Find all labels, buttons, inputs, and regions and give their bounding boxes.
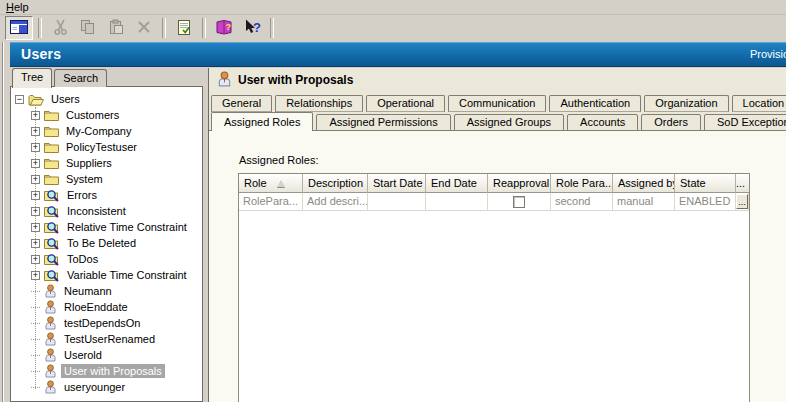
column-header-more[interactable]: ... [736,174,749,193]
detail-tab[interactable]: Communication [448,95,546,112]
tree-expander-icon[interactable] [31,291,40,292]
user-icon [44,300,57,314]
tree-expander-icon[interactable] [31,127,40,136]
navigation-tab[interactable]: Search [54,69,107,87]
tree-item[interactable]: Users [11,91,202,107]
tab-label: Orders [654,116,688,128]
view-toggle-button[interactable] [5,16,33,40]
tab-label: Accounts [580,116,625,128]
context-help-button[interactable]: ? [239,17,265,39]
folder-icon [44,125,59,137]
help-book-button[interactable]: ? [211,17,237,39]
tree-item-label: To Be Deleted [64,236,139,250]
reapproval-checkbox[interactable] [513,196,525,208]
tree-view[interactable]: Users Customers My-C [10,86,203,402]
search-folder-icon [44,189,60,202]
cell-description: Add descri... [303,193,368,211]
tree-item[interactable]: Suppliers [11,155,202,171]
tree-item[interactable]: User with Proposals [11,363,202,379]
paste-button[interactable] [103,17,129,39]
tree-expander-icon[interactable] [31,175,40,184]
cell-role: RolePara... [239,193,303,211]
detail-tab[interactable]: Organization [644,95,728,112]
notes-button[interactable] [171,17,197,39]
tree-expander-icon[interactable] [31,111,40,120]
navigation-tabs: Tree Search [12,68,109,87]
navigation-tab[interactable]: Tree [12,68,52,88]
tree-item[interactable]: Customers [11,107,202,123]
tree-expander-icon[interactable] [31,143,40,152]
column-header-start-date[interactable]: Start Date [368,174,426,193]
tab-label: Location [743,97,785,109]
column-header-assigned-by[interactable]: Assigned by [613,174,675,193]
table-row[interactable]: RolePara... Add descri... second manual … [239,193,749,211]
tree-item[interactable]: My-Company [11,123,202,139]
detail-tab[interactable]: Authentication [549,95,641,112]
detail-tab[interactable]: SoD Exception [704,114,786,131]
tree-expander-icon[interactable] [31,239,40,248]
column-header-role[interactable]: Role [239,174,303,193]
more-button[interactable]: ... [736,194,748,209]
tree-item[interactable]: Userold [11,347,202,363]
cell-role-para: second [551,193,613,211]
tree-item[interactable]: Relative Time Constraint [11,219,202,235]
tree-item[interactable]: useryounger [11,379,202,395]
column-header-label: State [680,174,706,192]
tree-expander-icon[interactable] [31,223,40,232]
detail-tab[interactable]: Accounts [567,114,638,131]
tree-expander-icon[interactable] [31,371,40,372]
tree-item[interactable]: Variable Time Constraint [11,267,202,283]
tree-item[interactable]: TestUserRenamed [11,331,202,347]
cell-assigned-by: manual [613,193,675,211]
tab-label: SoD Exception [717,116,786,128]
user-icon [44,316,57,330]
detail-tab[interactable]: Orders [641,114,701,131]
tree-expander-icon[interactable] [31,207,40,216]
column-header-end-date[interactable]: End Date [426,174,488,193]
detail-tab[interactable]: Assigned Roles [211,112,313,131]
tree-expander-icon[interactable] [31,387,40,388]
assigned-roles-table: Role Description Start Date End Date Rea… [238,173,750,402]
tree-item[interactable]: System [11,171,202,187]
tree-item[interactable]: Neumann [11,283,202,299]
tree-expander-icon[interactable] [31,191,40,200]
cut-button[interactable] [47,17,73,39]
tree-item[interactable]: Inconsistent [11,203,202,219]
tree-item[interactable]: testDependsOn [11,315,202,331]
column-header-state[interactable]: State [675,174,736,193]
detail-tab[interactable]: Relationships [275,95,363,112]
user-icon [217,71,232,89]
tree-rows: Users Customers My-C [11,91,202,395]
folder-icon [44,141,59,153]
tree-expander-icon[interactable] [31,323,40,324]
user-icon [44,332,57,346]
tree-item[interactable]: Errors [11,187,202,203]
tab-label: Communication [459,97,535,109]
tree-item[interactable]: ToDos [11,251,202,267]
tree-expander-icon[interactable] [31,159,40,168]
column-header-label: Description [308,174,363,192]
copy-button[interactable] [75,17,101,39]
search-folder-icon [44,221,60,234]
tree-item[interactable]: RloeEnddate [11,299,202,315]
detail-tab[interactable]: Location [732,95,786,112]
tree-expander-icon[interactable] [15,95,24,104]
detail-tab[interactable]: Operational [366,95,445,112]
delete-button[interactable] [131,17,157,39]
column-header-label: Role [244,174,267,192]
tree-expander-icon[interactable] [31,255,40,264]
tree-expander-icon[interactable] [31,271,40,280]
tree-expander-icon[interactable] [31,339,40,340]
column-header-role-para[interactable]: Role Para... [551,174,613,193]
detail-tab[interactable]: General [211,95,272,112]
tree-item[interactable]: To Be Deleted [11,235,202,251]
column-header-description[interactable]: Description [303,174,368,193]
tree-item[interactable]: PolicyTestuser [11,139,202,155]
column-header-reapproval[interactable]: Reapproval [488,174,551,193]
user-icon [44,364,57,378]
menu-help[interactable]: Help [0,0,35,14]
tree-expander-icon[interactable] [31,307,40,308]
detail-tab[interactable]: Assigned Groups [454,114,564,131]
detail-tab[interactable]: Assigned Permissions [316,114,450,131]
tree-expander-icon[interactable] [31,355,40,356]
